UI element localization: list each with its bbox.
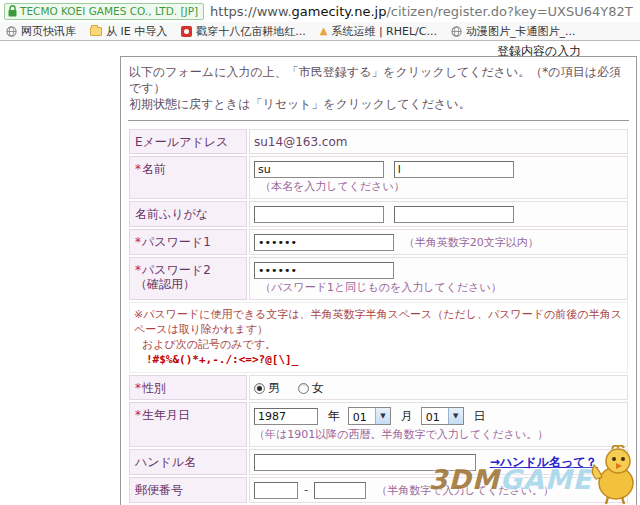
globe-icon — [451, 26, 462, 37]
table-row: 郵便番号 - （半角数字で入力してください。） — [129, 477, 628, 503]
gender-female-label: 女 — [312, 381, 324, 395]
table-row: 名前ふりがな — [129, 201, 628, 227]
bookmark-label: 动漫图片_卡通图片_... — [466, 24, 576, 39]
table-row: *パスワード2（確認用） （パスワード1と同じものを入力してください） — [129, 257, 628, 300]
zip-input-1[interactable] — [254, 482, 298, 499]
bookmark-label: 戳穿十八亿亩耕地红... — [196, 24, 306, 39]
registration-table: Eメールアドレス su14@163.com *名前 （本名を入力してください） … — [127, 127, 630, 505]
bookmarks-bar: 网页快讯库 从 IE 中导入 戳穿十八亿亩耕地红... ▲ 系统运维 | RHE… — [0, 22, 640, 41]
chevron-down-icon: ▼ — [375, 408, 390, 424]
birthday-hint: （年は1901以降の西暦。半角数字で入力してください。） — [254, 427, 623, 443]
gender-female-radio[interactable] — [298, 383, 309, 394]
bookmark-label: 从 IE 中导入 — [106, 24, 167, 39]
chevron-down-icon: ▼ — [448, 408, 463, 424]
password1-hint: （半角英数字20文字以内） — [404, 236, 539, 249]
password-note: ※パスワードに使用できる文字は、半角英数字半角スペース（ただし、パスワードの前後… — [129, 302, 628, 373]
table-row: ハンドル名 →ハンドル名って？ — [129, 449, 628, 475]
table-row: *パスワード1 （半角英数字20文字以内） — [129, 229, 628, 255]
password2-label: *パスワード2（確認用） — [129, 257, 247, 300]
url-scheme: https://www. — [210, 4, 291, 19]
red-badge-icon — [181, 26, 192, 37]
url-path: /citizen/register.do?key=UXSU64Y82T — [386, 4, 632, 19]
zip-separator: - — [304, 483, 308, 497]
email-label: Eメールアドレス — [129, 129, 247, 154]
handle-input[interactable] — [254, 454, 476, 471]
table-row: Eメールアドレス su14@163.com — [129, 129, 628, 154]
bookmark-item[interactable]: 动漫图片_卡通图片_... — [451, 24, 576, 39]
name-sei-input[interactable] — [254, 161, 384, 178]
birth-year-input[interactable] — [254, 408, 318, 425]
bookmark-item[interactable]: 戳穿十八亿亩耕地红... — [181, 24, 306, 39]
triangle-icon: ▲ — [320, 26, 328, 36]
bookmark-label: 网页快讯库 — [21, 24, 76, 39]
month-unit: 月 — [401, 409, 413, 423]
form-instructions: 以下のフォームに入力の上、「市民登録する」をクリックしてください。（*の項目は必… — [121, 57, 636, 116]
divider — [128, 120, 629, 121]
address-bar[interactable]: TECMO KOEI GAMES CO., LTD. [JP] https://… — [0, 0, 640, 22]
bookmark-item[interactable]: 从 IE 中导入 — [90, 24, 167, 39]
year-unit: 年 — [328, 409, 340, 423]
table-row: *名前 （本名を入力してください） — [129, 156, 628, 199]
folder-icon — [90, 27, 102, 36]
handle-label: ハンドル名 — [129, 449, 247, 475]
globe-icon — [6, 26, 17, 37]
day-unit: 日 — [473, 409, 485, 423]
bookmark-item[interactable]: 网页快讯库 — [6, 24, 76, 39]
url-text[interactable]: https://www.gamecity.ne.jp/citizen/regis… — [210, 4, 633, 19]
table-row: *生年月日 年01▼ 月01▼ 日 （年は1901以降の西暦。半角数字で入力して… — [129, 402, 628, 447]
birth-month-select[interactable]: 01▼ — [348, 407, 391, 425]
gender-label: *性別 — [129, 375, 247, 400]
zip-label: 郵便番号 — [129, 477, 247, 503]
registration-form: 以下のフォームに入力の上、「市民登録する」をクリックしてください。（*の項目は必… — [120, 56, 637, 505]
url-domain: gamecity.ne.jp — [292, 4, 387, 19]
password1-label: *パスワード1 — [129, 229, 247, 255]
gender-male-radio[interactable] — [254, 383, 265, 394]
instruction-line: 初期状態に戻すときは「リセット」をクリックしてください。 — [129, 96, 628, 112]
name-mei-input[interactable] — [394, 161, 514, 178]
birthday-label: *生年月日 — [129, 402, 247, 447]
page-content: 登録内容の入力 以下のフォームに入力の上、「市民登録する」をクリックしてください… — [0, 42, 640, 505]
password2-input[interactable] — [254, 262, 394, 279]
name-label: *名前 — [129, 156, 247, 199]
padlock-icon — [8, 5, 17, 17]
furigana-label: 名前ふりがな — [129, 201, 247, 227]
furigana-mei-input[interactable] — [394, 206, 514, 223]
ev-certificate-badge[interactable]: TECMO KOEI GAMES CO., LTD. [JP] — [4, 3, 204, 20]
password2-hint: （パスワード1と同じものを入力してください） — [260, 281, 502, 294]
bookmark-label: 系统运维 | RHEL/C... — [331, 24, 437, 39]
instruction-line: 以下のフォームに入力の上、「市民登録する」をクリックしてください。（*の項目は必… — [129, 64, 628, 96]
furigana-sei-input[interactable] — [254, 206, 384, 223]
password1-input[interactable] — [254, 234, 394, 251]
name-hint: （本名を入力してください） — [260, 180, 405, 193]
birth-day-select[interactable]: 01▼ — [421, 407, 464, 425]
ev-badge-label: TECMO KOEI GAMES CO., LTD. [JP] — [20, 5, 198, 17]
browser-window: TECMO KOEI GAMES CO., LTD. [JP] https://… — [0, 0, 640, 505]
zip-input-2[interactable] — [314, 482, 366, 499]
table-row: *性別 男 女 — [129, 375, 628, 400]
email-value: su14@163.com — [254, 135, 347, 149]
handle-help-link[interactable]: →ハンドル名って？ — [490, 455, 598, 469]
table-row: ※パスワードに使用できる文字は、半角英数字半角スペース（ただし、パスワードの前後… — [129, 302, 628, 373]
zip-hint: （半角数字で入力してください。） — [376, 484, 554, 497]
gender-male-label: 男 — [268, 381, 280, 395]
bookmark-item[interactable]: ▲ 系统运维 | RHEL/C... — [320, 24, 437, 39]
